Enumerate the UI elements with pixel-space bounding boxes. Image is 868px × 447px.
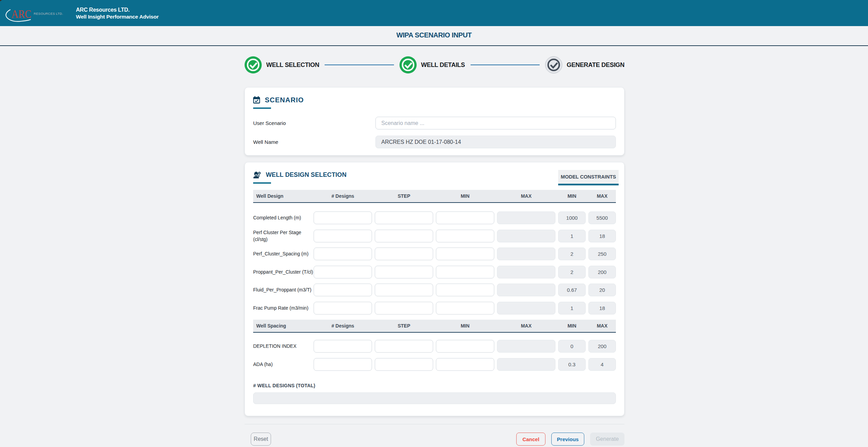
svg-text:RESOURCES LTD.: RESOURCES LTD. bbox=[34, 12, 63, 15]
svg-text:ARC: ARC bbox=[11, 8, 31, 20]
